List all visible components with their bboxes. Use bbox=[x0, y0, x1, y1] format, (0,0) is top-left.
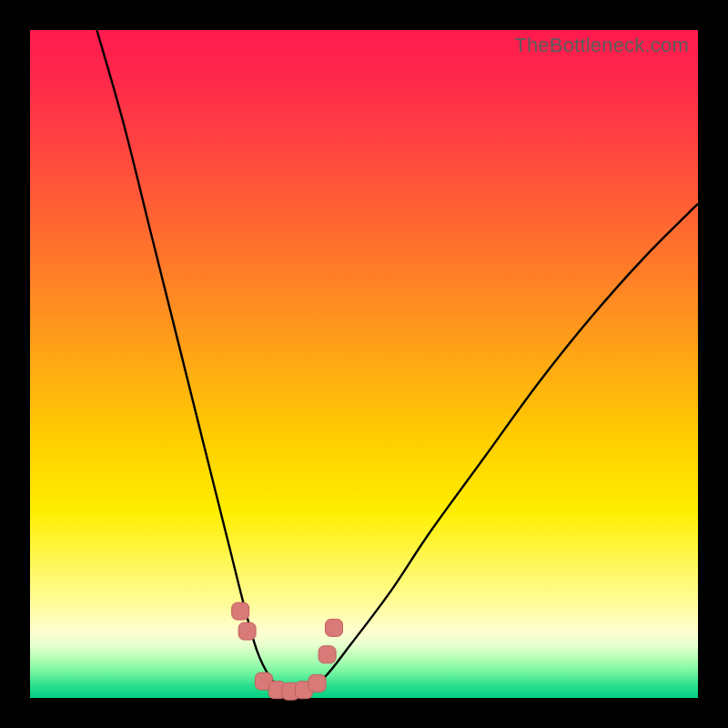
marker-group bbox=[232, 602, 343, 700]
bottleneck-marker bbox=[238, 622, 256, 640]
chart-frame: TheBottleneck.com bbox=[0, 0, 728, 728]
plot-area: TheBottleneck.com bbox=[30, 30, 698, 698]
right-branch-curve bbox=[298, 204, 698, 698]
chart-svg bbox=[30, 30, 698, 698]
bottleneck-marker bbox=[318, 646, 336, 663]
bottleneck-marker bbox=[326, 619, 343, 636]
curve-group bbox=[96, 30, 698, 698]
bottleneck-marker bbox=[232, 602, 249, 620]
left-branch-curve bbox=[96, 30, 297, 698]
bottleneck-marker bbox=[308, 674, 326, 692]
